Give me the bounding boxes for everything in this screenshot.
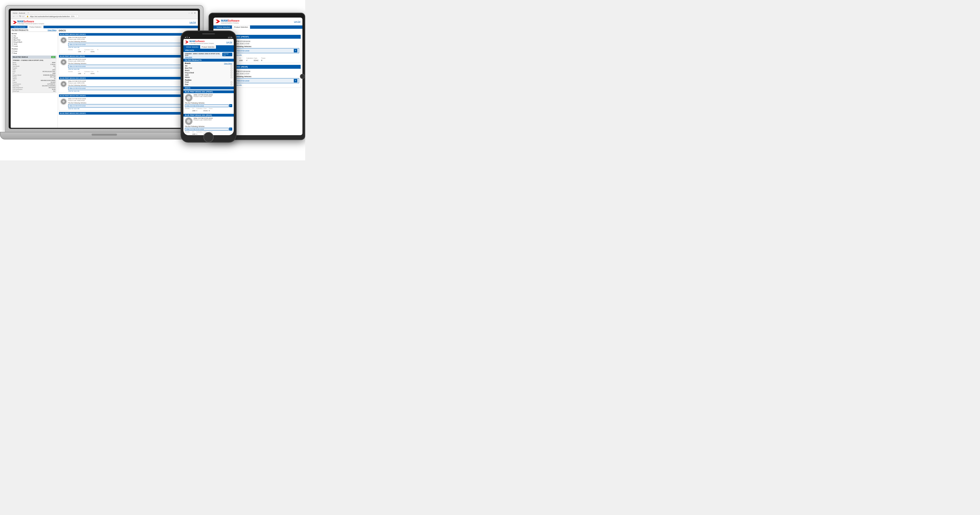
phone-product-1: BLUE PRINT BRAKE DISC (FRONT) 330e 2.0 F… [183, 89, 234, 113]
phone-brand-king[interactable]: King & Beall [185, 72, 232, 74]
phone-time: 15:28 [228, 37, 232, 38]
bookmark-icon[interactable]: ☆ [76, 15, 77, 17]
laptop-screen-bezel: Home - Autocat + − □ ✕ ← → [9, 9, 200, 129]
phone-brand-mintex[interactable]: Mintex [185, 76, 232, 78]
brand-blueprint[interactable]: Blue Print [12, 39, 56, 41]
laptop-main-content: DISCS BLUE PRINT BRAKE DISC (FRONT) 330e… [58, 28, 198, 128]
product-name-4: 330e 2.0 F30 07/15-10/18 [68, 98, 196, 100]
phone-vehicle-selector-2[interactable]: 330e 2.0 F30 07/15-10/18 [185, 128, 229, 131]
phone-brand-blueprint[interactable]: Blue Print [185, 67, 232, 69]
laptop-body: Home - Autocat + − □ ✕ ← → [5, 5, 204, 132]
click-more-3[interactable]: Click for more info [68, 90, 196, 92]
tablet-header: MAMSoftware mmercial Systems Company Log… [213, 18, 302, 26]
clear-filters-btn[interactable]: Clear Filters [48, 29, 56, 31]
minimize-btn[interactable]: − [188, 12, 190, 14]
tablet-click-more-2[interactable]: Click for more info [228, 84, 299, 86]
phone-filter-bar: FILTER PRODUCTS [183, 59, 234, 62]
tab-product-selection[interactable]: Product Selection [27, 26, 43, 28]
new-tab-btn[interactable]: + [27, 12, 29, 14]
phone-clear-filters[interactable]: Clear Filters [224, 63, 232, 64]
mam-logo: MAMSoftware A Henridge Commercial System… [13, 20, 44, 24]
phone-brand-ate[interactable]: Ate [185, 65, 232, 67]
brand-jurid[interactable]: Jurid [12, 43, 56, 45]
reload-btn[interactable]: ↻ [19, 15, 21, 18]
laptop-container: Home - Autocat + − □ ✕ ← → [5, 5, 204, 148]
brand-lucas[interactable]: Lucas [12, 45, 56, 47]
phone-logo-mam: MAM [189, 40, 195, 43]
close-btn[interactable]: ✕ [194, 12, 196, 14]
tablet-mam-logo: MAMSoftware mmercial Systems Company [215, 19, 240, 24]
tablet-plus-2[interactable]: + [294, 79, 298, 83]
tablet-click-more-1[interactable]: Click for more info [228, 54, 299, 56]
vehicle-selector-1[interactable]: 330e 2.0 F30 07/15-10/18 + [68, 43, 196, 46]
product-info-2: 330e 2.0 F30 07/15-10/18 Product code: A… [68, 59, 196, 74]
tablet-home-btn[interactable] [300, 74, 305, 79]
click-more-4[interactable]: Click for more info [68, 108, 196, 110]
click-more-1[interactable]: Click for more info [68, 46, 196, 48]
selected-vehicle-title: SELECTED VEHICLE [13, 56, 28, 58]
phone-plus-2[interactable]: + [229, 128, 232, 131]
position-rear[interactable]: Rear [12, 52, 56, 54]
phone-header: MAMSoftware A Henridge Commercial System… [183, 39, 234, 45]
phone-plus-1[interactable]: + [229, 104, 232, 107]
phone-product-header-1: BLUE PRINT BRAKE DISC (FRONT) [183, 90, 234, 93]
disc-icon-1 [61, 37, 66, 43]
phone-brand-bosch[interactable]: Bosch [185, 69, 232, 72]
position-front[interactable]: Front [12, 50, 56, 52]
browser-controls: − □ ✕ [188, 12, 196, 14]
logo-software: Software [24, 20, 34, 23]
product-code-4: Product code: ADB114329 [68, 100, 196, 101]
tablet-plus-1[interactable]: + [294, 49, 298, 53]
tablet-product-name-2: 330e 2.0 F30 07/15/10/18 [228, 70, 299, 73]
browser-titlebar: Home - Autocat + − □ ✕ [12, 12, 197, 14]
brand-king[interactable]: King & Bach [12, 41, 56, 43]
address-bar[interactable]: 🔒 https://act.autocatorline/catalogue/pr… [25, 15, 79, 18]
details-label-1: Details [68, 49, 73, 50]
vehicle-selector-4[interactable]: 330e 2.0 F30 07/15-10/18 + [68, 104, 196, 108]
maximize-btn[interactable]: □ [191, 12, 192, 14]
brand-bosch[interactable]: Bosch [12, 37, 56, 39]
product-code-3: Product code: ADB114381 [68, 82, 196, 84]
brand-ate[interactable]: Ate [12, 35, 56, 37]
phone-brand-jurid[interactable]: Jurid [185, 74, 232, 76]
product-info-3: 330e 2.0 F30 07/15-10/18 Product code: A… [68, 80, 196, 92]
tablet-vehicle-selector-2[interactable]: 330e 2.0 F30 07/15-10/18 + [228, 78, 299, 83]
phone-change-car-btn[interactable]: Change Car [222, 53, 232, 56]
tablet-tab-product[interactable]: Product Selection [232, 26, 250, 29]
laptop-nav: Vehicle Selection Product Selection [11, 26, 198, 28]
product-image-2 [60, 59, 67, 66]
back-btn[interactable]: ← [13, 15, 15, 18]
tablet-tab-vehicle[interactable]: Vehicle Selection [215, 26, 232, 29]
click-more-2[interactable]: Click for more info [68, 69, 196, 70]
phone-vehicle-selector-1[interactable]: 330e 2.0 F30 07/15-10/18 [185, 104, 229, 107]
log-out-link[interactable]: Log Out [189, 21, 196, 23]
phone-home-btn[interactable] [204, 132, 214, 142]
tablet-fits-label-2: Fits the Following Vehicles: [228, 76, 299, 77]
phone-view-more[interactable]: View more [185, 56, 192, 58]
phone-tab-vehicle[interactable]: Vehicle Selection [185, 45, 200, 49]
phone-position-rear[interactable]: Rear [185, 83, 232, 86]
phone-position-front[interactable]: Front [185, 81, 232, 83]
disc-icon-3 [61, 81, 66, 87]
laptop-screen: Home - Autocat + − □ ✕ ← → [11, 11, 198, 128]
product-card-2: BLUE PRINT BRAKE DISC (REAR) 330e 2.0 F3… [59, 55, 197, 76]
phone-product-name-1: 330e 2.0 F30 07/15-10/18 [194, 94, 213, 96]
go-badge[interactable]: GO [51, 56, 56, 58]
phone-tab-product[interactable]: Product Selection [200, 45, 216, 49]
vehicle-selector-3[interactable]: 330e 2.0 F30 07/15-10/18 + [68, 86, 196, 90]
tab-vehicle-selection[interactable]: Vehicle Selection [12, 26, 27, 28]
phone-log-out[interactable]: Log Out [226, 41, 232, 43]
tablet-vehicle-selector-1[interactable]: 330e 2.0 F30 07/15-10/18 + [228, 48, 299, 53]
home-btn[interactable]: ⌂ [22, 15, 24, 18]
selected-vehicle-id: YP660MX - 3 SERIES 330E M SPORT (F30) Ma… [12, 59, 56, 93]
product-card-body-4: 330e 2.0 F30 07/15-10/18 Product code: A… [59, 97, 197, 110]
phone-logo-icon [185, 40, 188, 44]
phone-app: ● ⊙ ▲ 15:28 MAMSoftware A Henridge Comme… [183, 36, 234, 135]
phone-icons: ● ⊙ ▲ [185, 37, 190, 38]
product-card-body-3: 330e 2.0 F30 07/15-10/18 Product code: A… [59, 80, 197, 93]
forward-btn[interactable]: → [16, 15, 18, 18]
tablet-logo-software: Software [228, 19, 239, 22]
tablet-log-out[interactable]: Log Out [294, 21, 301, 22]
tablet-logo-mam: MAM [221, 19, 228, 22]
vehicle-selector-2[interactable]: 330e 2.0 F30 07/15-10/18 + [68, 65, 196, 68]
